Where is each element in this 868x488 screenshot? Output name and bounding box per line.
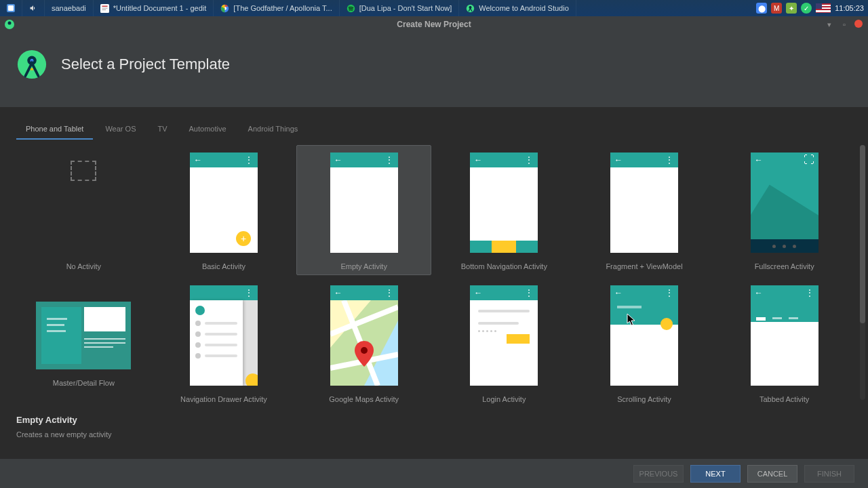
template-empty-activity[interactable]: ←⋮ Empty Activity [296,145,431,275]
taskbar-task-chrome[interactable]: [The Godfather / Apollonia T... [214,0,339,16]
template-fragment-viewmodel[interactable]: ←⋮ Fragment + ViewModel [577,145,712,275]
template-label: Fullscreen Activity [755,262,814,270]
tab-tv[interactable]: TV [148,119,176,140]
fab-icon: + [236,231,251,246]
back-arrow-icon: ← [755,155,763,165]
template-label: Fragment + ViewModel [606,262,682,270]
template-thumb: ←⋮ [470,152,538,253]
wizard-header: Select a Project Template [0,33,868,107]
template-fullscreen[interactable]: ←⛶ Fullscreen Activity [717,145,852,275]
template-label: Scrolling Activity [617,395,671,403]
selection-description: Empty Activity Creates a new empty activ… [0,405,868,448]
taskbar-task-label: Welcome to Android Studio [479,4,568,12]
back-arrow-icon: ← [614,155,623,165]
template-label: Navigation Drawer Activity [180,395,267,403]
template-login[interactable]: ←⋮ Login Activity [437,278,572,405]
tab-android-things[interactable]: Android Things [239,119,308,140]
template-thumb: ←⋮ [751,285,818,386]
taskbar-sound[interactable] [22,0,45,16]
tray-check-icon[interactable]: ✓ [801,3,812,14]
android-studio-icon [466,4,475,13]
taskbar-task-android-studio[interactable]: Welcome to Android Studio [459,0,576,16]
tab-wear-os[interactable]: Wear OS [96,119,145,140]
template-thumb: ←⛶ [751,152,818,253]
template-thumb: ←⋮ [610,285,678,386]
back-arrow-icon: ← [755,288,763,298]
template-thumb: ⋮ [190,285,258,386]
back-arrow-icon: ← [474,288,482,298]
template-thumb [36,302,131,369]
svg-point-18 [361,347,368,354]
template-thumb: ←⋮ + [190,152,258,253]
grid-scrollbar[interactable] [860,145,865,400]
window-maximize-button[interactable]: ▫ [840,20,849,29]
template-thumb [50,152,117,253]
template-thumb: ←⋮ [330,285,398,386]
wizard-footer: PREVIOUS NEXT CANCEL FINISH [0,458,868,488]
window-close-button[interactable] [854,20,863,28]
template-thumb: ←⋮ [330,152,398,253]
template-label: Bottom Navigation Activity [461,262,547,270]
android-studio-logo [16,49,47,80]
svg-rect-1 [8,5,14,11]
tab-phone-tablet[interactable]: Phone and Tablet [16,119,93,140]
template-navigation-drawer[interactable]: ⋮ Navigation Drawer Activity [157,278,292,405]
taskbar-task-label: [The Godfather / Apollonia T... [233,4,332,12]
overflow-icon: ⋮ [245,155,254,165]
desktop-taskbar: sanaebadi *Untitled Document 1 - gedit [… [0,0,868,16]
template-label: Google Maps Activity [329,395,399,403]
svg-rect-4 [102,7,107,8]
window-title: Create New Project [397,20,471,29]
template-master-detail[interactable]: Master/Detail Flow [16,278,151,405]
template-grid: No Activity ←⋮ + Basic Activity ←⋮ Empty… [16,140,852,405]
fab-icon [660,318,673,330]
platform-tabs: Phone and Tablet Wear OS TV Automotive A… [0,119,868,140]
template-label: Empty Activity [340,262,387,270]
template-thumb: ←⋮ [470,285,538,386]
overflow-icon: ⋮ [525,155,534,165]
menu-icon [7,4,15,12]
template-basic-activity[interactable]: ←⋮ + Basic Activity [157,145,292,275]
back-arrow-icon: ← [334,155,342,165]
template-no-activity[interactable]: No Activity [16,145,151,275]
template-scrolling[interactable]: ←⋮ Scrolling Activity [577,278,712,405]
back-arrow-icon: ← [334,288,342,298]
android-studio-app-icon [4,19,15,30]
previous-button[interactable]: PREVIOUS [633,465,684,483]
tray-network-icon[interactable]: ✦ [786,3,797,14]
next-button[interactable]: NEXT [690,465,741,483]
tab-automotive[interactable]: Automotive [180,119,236,140]
tray-mega-icon[interactable]: M [771,3,782,14]
overflow-icon: ⋮ [665,155,674,165]
taskbar-task-gedit[interactable]: *Untitled Document 1 - gedit [94,0,214,16]
overflow-icon: ⋮ [385,155,394,165]
template-label: Login Activity [482,395,526,403]
overflow-icon: ⋮ [806,288,814,298]
fab-icon [245,373,258,386]
template-label: Basic Activity [202,262,245,270]
taskbar-app-menu[interactable] [0,0,22,16]
finish-button[interactable]: FINISH [804,465,854,483]
tray-flag-us-icon[interactable] [816,3,831,13]
template-bottom-navigation[interactable]: ←⋮ Bottom Navigation Activity [437,145,572,275]
svg-rect-3 [102,5,107,7]
taskbar-task-label: [Dua Lipa - Don't Start Now] [359,4,452,12]
gedit-icon [100,4,109,13]
template-tabbed[interactable]: ←⋮ Tabbed Activity [717,278,852,405]
overflow-icon: ⋮ [385,288,394,298]
template-google-maps[interactable]: ←⋮ Google Maps Activity [296,278,431,405]
template-thumb: ←⋮ [610,152,678,253]
back-arrow-icon: ← [194,155,202,165]
taskbar-user[interactable]: sanaebadi [45,0,94,16]
taskbar-task-spotify[interactable]: [Dua Lipa - Don't Start Now] [340,0,460,16]
overflow-icon: ⋮ [525,288,534,298]
selection-text: Creates a new empty activity [16,430,852,439]
spotify-icon [347,4,355,13]
back-arrow-icon: ← [474,155,482,165]
cancel-button[interactable]: CANCEL [747,465,797,483]
overflow-icon: ⋮ [245,288,254,298]
window-minimize-button[interactable]: ▾ [825,20,834,29]
speaker-icon [29,4,37,12]
taskbar-clock: 11:05:23 [835,4,864,12]
tray-record-icon[interactable]: ⬤ [756,3,767,14]
